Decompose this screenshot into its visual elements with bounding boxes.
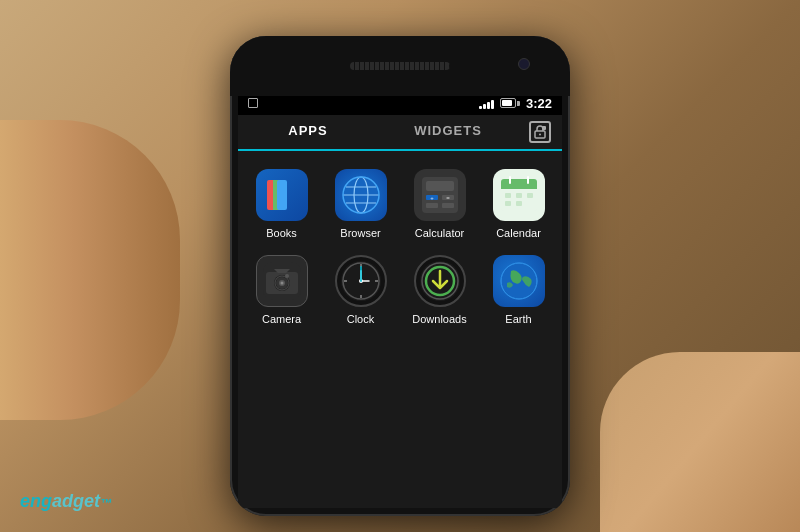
downloads-svg (418, 259, 462, 303)
books-svg (263, 176, 301, 214)
app-icon-books (256, 169, 308, 221)
watermark-tm: ™ (100, 496, 112, 510)
hand-fingers (600, 352, 800, 532)
app-label-earth: Earth (505, 313, 531, 325)
tab-manage[interactable] (518, 115, 562, 149)
app-icon-earth (493, 255, 545, 307)
app-label-calendar: Calendar (496, 227, 541, 239)
app-label-calculator: Calculator (415, 227, 465, 239)
app-item-books[interactable]: Books (242, 161, 321, 247)
app-label-clock: Clock (347, 313, 375, 325)
app-item-camera[interactable]: Camera (242, 247, 321, 333)
earth-svg (497, 259, 541, 303)
battery-body (500, 98, 516, 108)
app-label-camera: Camera (262, 313, 301, 325)
signal-bars (479, 97, 494, 109)
svg-rect-12 (426, 181, 454, 191)
clock-svg (339, 259, 383, 303)
signal-bar-3 (487, 102, 490, 109)
app-icon-browser (335, 169, 387, 221)
manage-icon (529, 121, 551, 143)
app-grid: Books Browser (238, 151, 562, 343)
app-icon-clock (335, 255, 387, 307)
app-icon-calendar (493, 169, 545, 221)
app-item-clock[interactable]: Clock (321, 247, 400, 333)
app-item-downloads[interactable]: Downloads (400, 247, 479, 333)
svg-rect-25 (505, 201, 511, 206)
status-right: 3:22 (479, 96, 552, 111)
phone-top-bezel (230, 36, 570, 96)
svg-rect-24 (527, 193, 533, 198)
svg-rect-18 (442, 203, 454, 208)
svg-point-1 (539, 134, 541, 136)
app-item-calculator[interactable]: + = Calculator (400, 161, 479, 247)
tab-widgets[interactable]: WIDGETS (378, 115, 518, 149)
app-icon-camera (256, 255, 308, 307)
watermark: engadget™ (20, 491, 112, 512)
tab-underline (238, 149, 400, 151)
battery-fill (502, 100, 513, 106)
hand-thumb (0, 120, 180, 420)
app-label-browser: Browser (340, 227, 380, 239)
speaker-grille (350, 62, 450, 70)
widget-icon (248, 98, 258, 108)
svg-rect-4 (277, 180, 287, 210)
calendar-svg (497, 173, 541, 217)
battery-tip (517, 101, 520, 106)
svg-point-35 (280, 282, 283, 285)
svg-text:+: + (430, 195, 434, 201)
watermark-text2: adget (52, 491, 100, 511)
svg-rect-22 (505, 193, 511, 198)
camera-svg (260, 259, 304, 303)
battery-icon (500, 98, 520, 108)
front-camera (518, 58, 530, 70)
calculator-svg: + = (418, 173, 462, 217)
svg-rect-26 (516, 201, 522, 206)
app-item-calendar[interactable]: Calendar (479, 161, 558, 247)
phone-screen: 3:22 APPS WIDGETS (238, 91, 562, 508)
lock-icon (533, 125, 547, 139)
status-time: 3:22 (526, 96, 552, 111)
phone-device: 3:22 APPS WIDGETS (230, 36, 570, 516)
app-icon-calculator: + = (414, 169, 466, 221)
browser-svg (340, 174, 382, 216)
svg-rect-21 (501, 185, 537, 189)
app-label-books: Books (266, 227, 297, 239)
signal-bar-1 (479, 106, 482, 109)
signal-bar-2 (483, 104, 486, 109)
app-item-earth[interactable]: Earth (479, 247, 558, 333)
watermark-text: eng (20, 491, 52, 511)
drawer-tabs: APPS WIDGETS (238, 115, 562, 151)
status-left (248, 98, 258, 108)
signal-bar-4 (491, 100, 494, 109)
app-item-browser[interactable]: Browser (321, 161, 400, 247)
svg-rect-17 (426, 203, 438, 208)
tab-apps[interactable]: APPS (238, 115, 378, 149)
svg-text:=: = (446, 195, 450, 201)
svg-rect-23 (516, 193, 522, 198)
app-label-downloads: Downloads (412, 313, 466, 325)
app-icon-downloads (414, 255, 466, 307)
